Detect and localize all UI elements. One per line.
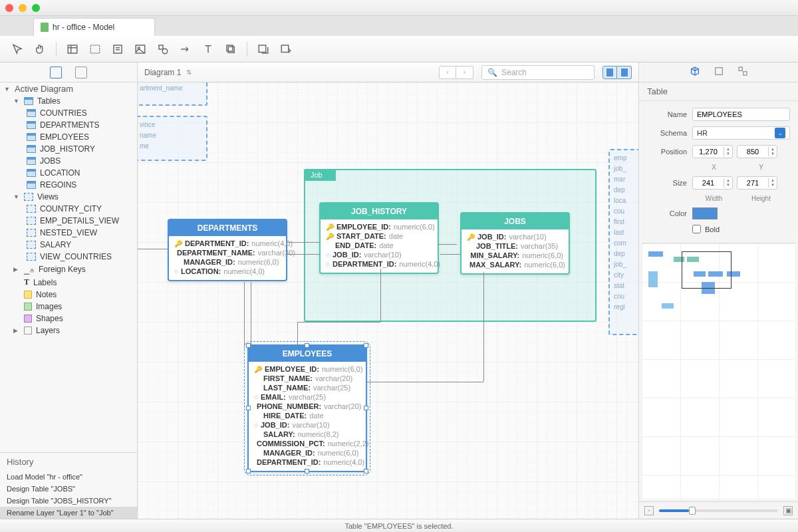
ghost-entity-right[interactable]: empjob_mardeplocacoufirstlastcomdepjob_c… bbox=[608, 149, 638, 335]
column-row[interactable]: ◇LOCATION: numeric(4,0) bbox=[174, 267, 281, 276]
column-row[interactable]: ◇DEPARTMENT_ID: numeric(4,0) bbox=[326, 259, 432, 269]
table-item[interactable]: LOCATION bbox=[0, 167, 137, 179]
column-row[interactable]: ◇JOB_ID: varchar(10) bbox=[254, 420, 360, 430]
ghost-entity[interactable]: artment_name bbox=[138, 82, 207, 106]
zoom-slider[interactable] bbox=[659, 509, 778, 512]
group-images[interactable]: Images bbox=[0, 301, 137, 313]
close-icon[interactable] bbox=[5, 4, 13, 12]
nav-forward-button[interactable]: › bbox=[456, 66, 473, 79]
column-row[interactable]: MIN_SALARY: numeric(6,0) bbox=[467, 251, 563, 260]
layer-tool[interactable] bbox=[224, 43, 237, 56]
history-item[interactable]: Rename Layer "Layer 1" to "Job" bbox=[0, 507, 137, 519]
history-item[interactable]: Design Table "JOBS" bbox=[0, 483, 137, 495]
zoom-in-button[interactable]: ▣ bbox=[783, 506, 793, 515]
column-row[interactable]: ◇JOB_ID: varchar(10) bbox=[326, 250, 432, 259]
group-views[interactable]: ▼Views bbox=[0, 191, 137, 203]
minimize-icon[interactable] bbox=[19, 4, 27, 12]
bold-checkbox[interactable] bbox=[692, 225, 701, 233]
search-input[interactable]: 🔍 Search bbox=[481, 65, 595, 80]
view-item[interactable]: NESTED_VIEW bbox=[0, 227, 137, 239]
column-row[interactable]: ◇EMAIL: varchar(25) bbox=[254, 392, 360, 402]
history-item[interactable]: Load Model "hr - office" bbox=[0, 471, 137, 483]
inspector-tab-style[interactable] bbox=[714, 66, 724, 78]
table-item[interactable]: JOB_HISTORY bbox=[0, 143, 137, 155]
diagram-selector[interactable]: Diagram 1 ⇅ bbox=[144, 68, 192, 77]
hand-tool[interactable] bbox=[33, 43, 47, 56]
table-item[interactable]: REGOINS bbox=[0, 179, 137, 191]
group-tables[interactable]: ▼Tables bbox=[0, 95, 137, 107]
zoom-out-button[interactable]: ▫ bbox=[644, 506, 654, 515]
group-labels[interactable]: TLabels bbox=[0, 276, 137, 289]
layout-left-button[interactable] bbox=[602, 66, 617, 79]
schema-select[interactable]: HR⌄ bbox=[692, 126, 790, 140]
size-h-stepper[interactable]: ▲▼ bbox=[737, 176, 777, 190]
inspector-tab-object[interactable] bbox=[690, 66, 700, 78]
layout-right-button[interactable] bbox=[617, 66, 632, 79]
column-row[interactable]: END_DATE: date bbox=[326, 241, 432, 250]
shape-tool[interactable] bbox=[156, 43, 170, 56]
shape-icon bbox=[24, 315, 32, 323]
outline-tab-icon[interactable] bbox=[50, 66, 62, 78]
name-field[interactable] bbox=[692, 108, 790, 121]
group-foreign-keys[interactable]: ▶⎯⋔Foreign Keys bbox=[0, 263, 137, 276]
entity-departments[interactable]: DEPARTMENTS 🔑DEPARTMENT_ID: numeric(4,0)… bbox=[168, 219, 287, 281]
table-item[interactable]: EMPLOYEES bbox=[0, 131, 137, 143]
fk-icon: ◇ bbox=[174, 269, 178, 275]
heading-active-diagram[interactable]: ▼Active Diagram bbox=[0, 82, 137, 95]
column-row[interactable]: SALARY: numeric(8,2) bbox=[254, 430, 360, 439]
group-shapes[interactable]: Shapes bbox=[0, 313, 137, 325]
column-row[interactable]: 🔑EMPLOYEE_ID: numeric(6,0) bbox=[254, 364, 360, 374]
svg-rect-10 bbox=[281, 45, 289, 53]
diagram-canvas[interactable]: artment_name vincenameme empjob_mardeplo… bbox=[138, 82, 638, 519]
column-row[interactable]: MANAGER_ID: numeric(6,0) bbox=[254, 448, 360, 458]
table-item[interactable]: JOBS bbox=[0, 155, 137, 167]
new-view-tool[interactable] bbox=[88, 43, 102, 56]
nav-back-button[interactable]: ‹ bbox=[439, 66, 456, 79]
view-item[interactable]: EMP_DETAILS_VIEW bbox=[0, 215, 137, 227]
view-item[interactable]: SALARY bbox=[0, 239, 137, 251]
color-swatch[interactable] bbox=[692, 207, 718, 219]
layer-tab: Job bbox=[304, 169, 336, 181]
inspector-tab-arrange[interactable] bbox=[737, 66, 748, 78]
column-row[interactable]: 🔑DEPARTMENT_ID: numeric(4,0) bbox=[174, 239, 281, 248]
column-row[interactable]: 🔑EMPLOYEE_ID: numeric(6,0) bbox=[326, 222, 432, 231]
view-item[interactable]: VIEW_COUNTRIES bbox=[0, 251, 137, 263]
group-layers[interactable]: ▶Layers bbox=[0, 325, 137, 336]
ghost-entity[interactable]: vincenameme bbox=[138, 116, 207, 161]
pointer-tool[interactable] bbox=[11, 43, 24, 56]
column-row[interactable]: PHONE_NUMBER: varchar(20) bbox=[254, 402, 360, 411]
column-row[interactable]: 🔑JOB_ID: varchar(10) bbox=[467, 232, 563, 241]
table-item[interactable]: DEPARTMENTS bbox=[0, 119, 137, 131]
column-row[interactable]: JOB_TITLE: varchar(35) bbox=[467, 241, 563, 251]
zoom-icon[interactable] bbox=[32, 4, 40, 12]
document-tab[interactable]: hr - office - Model bbox=[33, 18, 155, 36]
column-row[interactable]: FIRST_NAME: varchar(20) bbox=[254, 374, 360, 383]
catalog-tab-icon[interactable] bbox=[75, 66, 87, 78]
pos-x-stepper[interactable]: ▲▼ bbox=[692, 145, 733, 158]
note-tool[interactable] bbox=[111, 43, 124, 56]
column-row[interactable]: COMMISSION_PCT: numeric(2,2) bbox=[254, 439, 360, 448]
column-row[interactable]: HIRE_DATE: date bbox=[254, 411, 360, 420]
column-row[interactable]: DEPARTMENT_ID: numeric(4,0) bbox=[254, 458, 360, 467]
entity-jobs[interactable]: JOBS 🔑JOB_ID: varchar(10)JOB_TITLE: varc… bbox=[460, 212, 570, 275]
entity-job-history[interactable]: JOB_HISTORY 🔑EMPLOYEE_ID: numeric(6,0)🔑S… bbox=[319, 202, 439, 274]
import-tool[interactable] bbox=[257, 43, 270, 56]
view-item[interactable]: COUNTRY_CITY bbox=[0, 203, 137, 215]
column-row[interactable]: DEPARTMENT_NAME: varchar(30) bbox=[174, 248, 281, 257]
minimap[interactable] bbox=[642, 243, 795, 499]
column-row[interactable]: MAX_SALARY: numeric(6,0) bbox=[467, 260, 563, 269]
new-table-tool[interactable] bbox=[66, 43, 79, 56]
column-row[interactable]: 🔑START_DATE: date bbox=[326, 231, 432, 241]
entity-employees[interactable]: EMPLOYEES 🔑EMPLOYEE_ID: numeric(6,0)FIRS… bbox=[247, 344, 367, 472]
size-w-stepper[interactable]: ▲▼ bbox=[692, 176, 733, 190]
relation-tool[interactable] bbox=[179, 43, 192, 56]
table-item[interactable]: COUNTRIES bbox=[0, 107, 137, 119]
label-tool[interactable] bbox=[201, 43, 215, 56]
export-tool[interactable] bbox=[279, 43, 293, 56]
history-item[interactable]: Design Table "JOBS_HISTORY" bbox=[0, 495, 137, 507]
image-tool[interactable] bbox=[134, 43, 147, 56]
group-notes[interactable]: Notes bbox=[0, 289, 137, 301]
column-row[interactable]: LAST_NAME: varchar(25) bbox=[254, 383, 360, 392]
column-row[interactable]: MANAGER_ID: numeric(6,0) bbox=[174, 257, 281, 267]
pos-y-stepper[interactable]: ▲▼ bbox=[737, 145, 777, 158]
